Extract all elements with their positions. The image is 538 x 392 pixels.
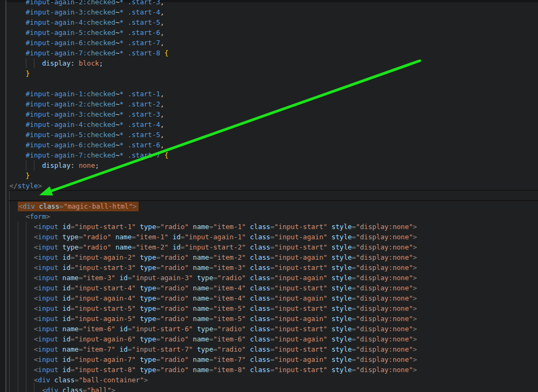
code-line: } [10,68,417,79]
code-line: #input-again-2:checked~* .start-2, [10,99,417,109]
code-line: #input-again-3:checked~* .start-4, [10,7,417,17]
gutter-divider [5,0,6,392]
code-line: <input id="input-again-6" type="radio" n… [10,334,417,344]
code-line [10,79,417,89]
code-line: #input-again-3:checked~* .start-3, [10,109,417,119]
code-line: #input-again-7:checked~* .start-7 { [10,150,417,160]
code-line: #input-again-2:checked~* .start-3, [10,0,417,7]
find-match-highlight: <div class="magic-ball-html"> [18,202,139,211]
code-line: #input-again-4:checked~* .start-4, [10,119,417,130]
code-line: <input id="input-start-1" type="radio" n… [10,222,417,232]
code-lines: #input-again-2:checked~* .start-3, #inpu… [10,0,417,392]
code-line: <input id="input-again-4" type="radio" n… [10,293,417,303]
code-line: <input id="input-again-2" type="radio" n… [10,252,417,262]
code-line: <input id="input-again-5" type="radio" n… [10,313,417,324]
code-line: <input name="item-6" id="input-start-6" … [10,324,417,334]
code-line: <input type="radio" name="item-1" id="in… [10,232,417,242]
gutter-strip [0,0,5,392]
code-line: <input id="input-start-3" type="radio" n… [10,262,417,273]
code-line: <input id="input-start-8" type="radio" n… [10,365,417,375]
code-line: <input id="input-start-5" type="radio" n… [10,303,417,313]
code-line: display: none; [10,160,417,170]
code-line: <input type="radio" name="item-2" id="in… [10,242,417,252]
code-line: <form> [10,211,417,222]
code-line: #input-again-1:checked~* .start-1, [10,89,417,99]
code-line: #input-again-4:checked~* .start-5, [10,17,417,27]
code-line: <input name="item-3" id="input-again-3" … [10,273,417,283]
code-line: #input-again-5:checked~* .start-6, [10,27,417,38]
code-line: #input-again-7:checked~* .start-8 { [10,48,417,58]
code-editor[interactable]: #input-again-2:checked~* .start-3, #inpu… [0,0,538,392]
code-line: <input name="item-7" id="input-start-7" … [10,344,417,354]
code-line [10,191,417,201]
code-line: <input id="input-again-7" type="radio" n… [10,354,417,365]
code-line: <div class="ball"> [10,385,417,392]
code-line: #input-again-6:checked~* .start-7, [10,38,417,48]
code-line: } [10,170,417,181]
code-line: #input-again-5:checked~* .start-5, [10,130,417,140]
code-line: <div class="ball-container"> [10,375,417,385]
code-line: display: block; [10,58,417,68]
code-line: <div class="magic-ball-html"> [10,201,417,211]
code-line: <input id="input-start-4" type="radio" n… [10,283,417,293]
code-line: </style> [10,181,417,191]
code-line: #input-again-6:checked~* .start-6, [10,140,417,150]
